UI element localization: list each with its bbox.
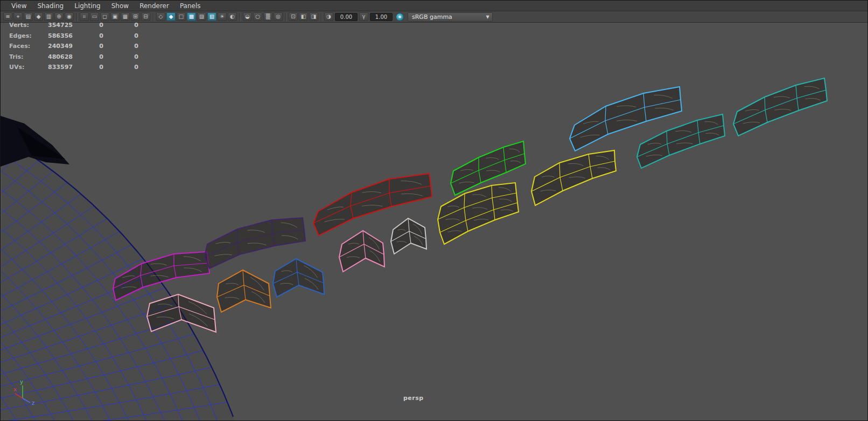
hud-row-uvs: UVs:83359700 (9, 64, 138, 74)
hud-v3: 0 (103, 43, 138, 53)
oversampling-icon[interactable]: ◉ (65, 12, 74, 21)
feather-patch-purple-strip[interactable] (205, 218, 305, 268)
toolbar-separator (240, 12, 240, 21)
hud-label: Edges: (9, 32, 45, 43)
hud-v2: 0 (73, 32, 103, 43)
panel-menu-icon[interactable]: ≡ (3, 12, 12, 21)
gamma-icon[interactable]: γ (359, 12, 368, 21)
feather-patch-yellow-lower-strip[interactable] (438, 183, 519, 244)
x-axis-line (15, 394, 23, 398)
hud-v3: 0 (103, 64, 138, 74)
menu-renderer[interactable]: Renderer (134, 1, 174, 11)
feather-patch-teal-right-strip[interactable] (733, 78, 827, 136)
feather-patch-teal-strip[interactable] (637, 114, 725, 168)
smooth-shade-icon[interactable]: ◆ (166, 12, 176, 21)
hud-v1: 354725 (45, 22, 73, 32)
textured-display-icon[interactable]: ▩ (187, 12, 196, 21)
z-axis-label: z (32, 400, 34, 405)
feather-patch-yellow-upper-strip[interactable] (531, 150, 616, 205)
camera-attributes-icon[interactable]: ▤ (24, 12, 33, 21)
view-axis-indicator: y x z (13, 378, 38, 405)
hud-v1: 240349 (45, 43, 73, 53)
use-all-lights-icon[interactable]: ☀ (218, 12, 227, 21)
bookmark-view-icon[interactable]: ◆ (34, 12, 43, 21)
poly-count-hud: Verts:35472500Edges:58635600Faces:240349… (9, 22, 138, 74)
field-chart-icon[interactable]: ▦ (121, 12, 130, 21)
x-ray-icon[interactable]: ◧ (299, 12, 308, 21)
toolbar-separator (76, 12, 77, 21)
y-axis-label: y (20, 379, 23, 385)
toolbar-separator (153, 12, 153, 21)
hud-v3: 0 (103, 22, 138, 32)
hud-v2: 0 (73, 43, 103, 53)
menu-panels[interactable]: Panels (174, 1, 206, 11)
x-axis-label: x (13, 387, 17, 392)
safe-action-icon[interactable]: ⊞ (131, 12, 140, 21)
feather-patch-orange-card[interactable] (217, 270, 271, 312)
hud-label: Tris: (9, 53, 45, 64)
hud-row-tris: Tris:48062800 (9, 53, 138, 64)
hud-label: Verts: (9, 22, 45, 32)
color-management-icon[interactable]: ◉ (396, 13, 404, 21)
two-d-pan-zoom-icon[interactable]: ⊕ (54, 12, 64, 21)
view-transform-value: sRGB gamma (408, 13, 483, 20)
menu-view[interactable]: View (6, 1, 32, 11)
wireframe-display-icon[interactable]: ◇ (156, 12, 165, 21)
use-default-material-icon[interactable]: ▨ (197, 12, 206, 21)
grid-toggle-icon[interactable]: ⌗ (80, 12, 89, 21)
resolution-gate-icon[interactable]: ◻ (100, 12, 109, 21)
gamma-input[interactable] (370, 13, 393, 21)
hud-v3: 0 (103, 32, 138, 43)
safe-title-icon[interactable]: ⊟ (141, 12, 150, 21)
maya-viewport-panel: { "menu_bar": { "items": ["View", "Shadi… (0, 0, 868, 421)
hud-row-verts: Verts:35472500 (9, 22, 138, 32)
toolbar-separator (321, 12, 321, 21)
hud-v2: 0 (73, 22, 103, 32)
chevron-down-icon[interactable]: ▼ (483, 15, 492, 19)
menu-show[interactable]: Show (106, 1, 134, 11)
hud-v2: 0 (73, 64, 103, 74)
hud-v3: 0 (103, 53, 138, 64)
panel-menu-bar: ViewShadingLightingShowRendererPanels (1, 1, 867, 11)
depth-of-field-icon[interactable]: ◎ (274, 12, 283, 21)
hud-v1: 480628 (45, 53, 73, 64)
menu-shading[interactable]: Shading (32, 1, 69, 11)
shadows-icon[interactable]: ◐ (228, 12, 237, 21)
toolbar-separator (285, 12, 286, 21)
hud-row-edges: Edges:58635600 (9, 32, 138, 43)
panel-toolbar: ≡⌖▤◆▥⊕◉⌗▭◻▣▦⊞⊟◇◆□▩▨▧☀◐◒○▒◎⊡◧◨◑γ◉sRGB gam… (1, 11, 867, 23)
exposure-input[interactable] (335, 13, 358, 21)
screen-space-ao-icon[interactable]: ◒ (243, 12, 252, 21)
bounding-box-icon[interactable]: □ (177, 12, 186, 21)
select-camera-icon[interactable]: ⌖ (13, 12, 23, 21)
hud-label: UVs: (9, 64, 45, 74)
hud-label: Faces: (9, 43, 45, 53)
x-ray-joints-icon[interactable]: ◨ (309, 12, 318, 21)
menu-lighting[interactable]: Lighting (69, 1, 106, 11)
gate-mask-icon[interactable]: ▣ (110, 12, 120, 21)
feather-patch-rose-card[interactable] (339, 231, 384, 272)
z-axis-line (23, 398, 30, 403)
camera-name-label: persp (403, 395, 424, 402)
feather-patch-blue-card[interactable] (273, 259, 324, 297)
isolate-select-icon[interactable]: ⊡ (289, 12, 298, 21)
hud-v1: 586356 (45, 32, 73, 43)
view-transform-select[interactable]: sRGB gamma▼ (408, 12, 493, 22)
feather-patch-white-card[interactable] (391, 218, 426, 254)
hud-v1: 833597 (45, 64, 73, 74)
wireframe-on-shaded-icon[interactable]: ▧ (207, 12, 216, 21)
multisample-aa-icon[interactable]: ▒ (263, 12, 272, 21)
motion-blur-icon[interactable]: ○ (253, 12, 262, 21)
hud-v2: 0 (73, 53, 103, 64)
hud-row-faces: Faces:24034900 (9, 43, 138, 53)
film-gate-icon[interactable]: ▭ (90, 12, 99, 21)
image-plane-icon[interactable]: ▥ (44, 12, 53, 21)
exposure-icon[interactable]: ◑ (324, 12, 333, 21)
